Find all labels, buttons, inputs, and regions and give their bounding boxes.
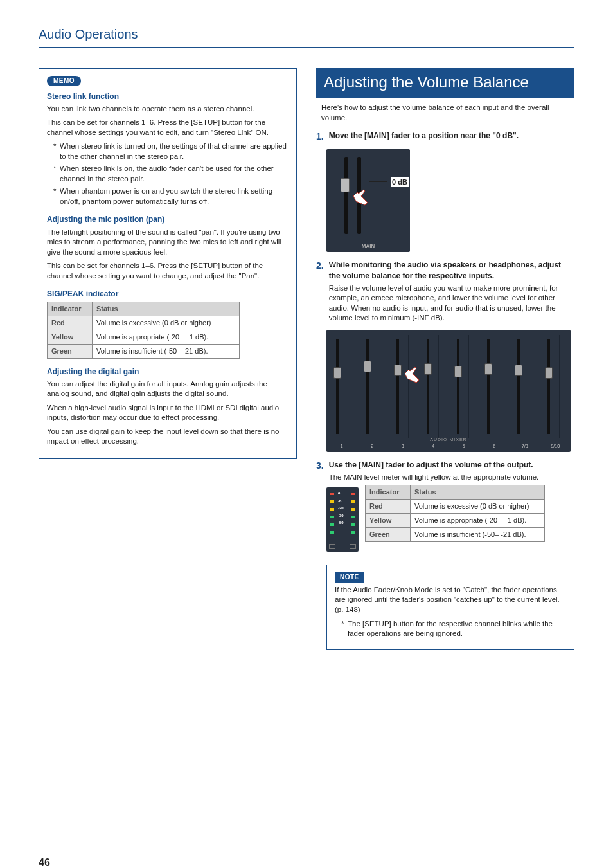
section-banner: Adjusting the Volume Balance: [316, 68, 574, 98]
sigpeak-row2-status: Volume is appropriate (-20 – -1 dB).: [93, 330, 240, 344]
note-bullet-1: The [SETUP] button for the respective ch…: [341, 619, 566, 639]
step-3-num: 3.: [316, 460, 324, 483]
note-bullets: The [SETUP] button for the respective ch…: [341, 619, 566, 639]
mixer-channel-labels: 1 2 3 4 5 6 7/8 9/10: [326, 443, 571, 449]
meter-scale-labels: 0 -6 -20 -30 -50: [338, 490, 344, 527]
page-number: 46: [39, 856, 50, 868]
mixer-ch-3: 3: [387, 443, 418, 449]
intro-text: Here's how to adjust the volume balance …: [321, 103, 574, 123]
pointing-hand-icon: [346, 185, 371, 210]
digital-gain-p3: You can use digital gain to keep the inp…: [47, 427, 289, 447]
step-3-body: The MAIN level meter will light yellow a…: [329, 473, 539, 483]
step-1-text: Move the [MAIN] fader to a position near…: [329, 131, 519, 141]
meter-label-4: -50: [338, 520, 344, 527]
pan-p2: This can be set for channels 1–6. Press …: [47, 261, 289, 281]
mixer-ch-5: 5: [449, 443, 479, 449]
step3-row2-status: Volume is appropriate (-20 – -1 dB).: [411, 514, 545, 528]
mixer-ch-8: 9/10: [540, 443, 571, 449]
pan-title: Adjusting the mic position (pan): [47, 214, 289, 224]
step3-th-indicator: Indicator: [366, 485, 411, 500]
digital-gain-title: Adjusting the digital gain: [47, 366, 289, 377]
meter-label-3: -30: [338, 512, 344, 520]
main-fader-label: MAIN: [326, 243, 410, 250]
memo-box: MEMO Stereo link function You can link t…: [39, 68, 297, 459]
step-2-text: While monitoring the audio via speakers …: [329, 260, 574, 280]
stereo-link-bullets: When stereo link is turned on, the setti…: [53, 141, 289, 206]
section-header: Audio Operations: [39, 26, 574, 47]
mixer-title: AUDIO MIXER: [326, 437, 571, 442]
step-1: 1. Move the [MAIN] fader to a position n…: [316, 131, 574, 143]
sigpeak-row2-label: Yellow: [48, 330, 93, 344]
step3-th-status: Status: [411, 485, 545, 500]
stereo-bullet-2: When stereo link is on, the audio fader …: [53, 164, 289, 184]
sigpeak-th-status: Status: [93, 302, 240, 316]
left-column: MEMO Stereo link function You can link t…: [39, 68, 297, 650]
stereo-link-p1: You can link two channels to operate the…: [47, 104, 289, 114]
step3-row3-status: Volume is insufficient (-50– -21 dB).: [411, 527, 545, 541]
sigpeak-row3-status: Volume is insufficient (-50– -21 dB).: [93, 344, 240, 358]
step-2: 2. While monitoring the audio via speake…: [316, 260, 574, 323]
note-badge: NOTE: [335, 572, 364, 583]
step-2-body: Raise the volume level of audio you want…: [329, 284, 574, 323]
sigpeak-row3-label: Green: [48, 344, 93, 358]
meter-label-0: 0: [338, 490, 344, 497]
sigpeak-row1-status: Volume is excessive (0 dB or higher): [93, 316, 240, 330]
meter-box-r: [350, 544, 356, 549]
meter-label-1: -6: [338, 498, 344, 505]
step3-row1-label: Red: [366, 500, 411, 514]
label-0db: 0 dB: [391, 177, 409, 187]
mixer-ch-6: 6: [479, 443, 510, 449]
sigpeak-title: SIG/PEAK indicator: [47, 289, 289, 299]
main-fader-illustration: MAIN 0 dB: [326, 149, 410, 252]
step-3: 3. Use the [MAIN] fader to adjust the vo…: [316, 460, 574, 483]
meter-label-2: -20: [338, 505, 344, 512]
mixer-ch-2: 2: [357, 443, 388, 449]
step-3-text: Use the [MAIN] fader to adjust the volum…: [329, 460, 539, 470]
stereo-bullet-1: When stereo link is turned on, the setti…: [53, 141, 289, 161]
stereo-link-p2: This can be set for channels 1–6. Press …: [47, 118, 289, 138]
sigpeak-table: Indicator Status Red Volume is excessive…: [47, 302, 240, 358]
pan-p1: The left/right positioning of the sound …: [47, 228, 289, 258]
meter-box-l: [329, 544, 335, 549]
step3-row1-status: Volume is excessive (0 dB or higher): [411, 500, 545, 514]
stereo-bullet-3: When phantom power is on and you switch …: [53, 186, 289, 206]
step3-row2-label: Yellow: [366, 514, 411, 528]
mixer-ch-7: 7/8: [510, 443, 540, 449]
level-meter-illustration: 0 -6 -20 -30 -50: [326, 487, 359, 552]
mixer-ch-4: 4: [418, 443, 449, 449]
step-2-num: 2.: [316, 260, 324, 323]
step3-row3-label: Green: [366, 527, 411, 541]
note-p1: If the Audio Fader/Knob Mode is set to "…: [335, 585, 566, 615]
mixer-ch-1: 1: [326, 443, 357, 449]
header-rule-thick: [39, 47, 574, 48]
audio-mixer-illustration: AUDIO MIXER 1 2 3 4 5 6 7/8 9/10: [326, 330, 571, 452]
digital-gain-p1: You can adjust the digital gain for all …: [47, 379, 289, 399]
right-column: Adjusting the Volume Balance Here's how …: [316, 68, 574, 650]
sigpeak-row1-label: Red: [48, 316, 93, 330]
pointing-hand-icon: [397, 362, 423, 388]
note-box: NOTE If the Audio Fader/Knob Mode is set…: [326, 565, 574, 649]
step-1-num: 1.: [316, 131, 324, 143]
step3-indicator-table: Indicator Status Red Volume is excessive…: [365, 485, 545, 541]
sigpeak-th-indicator: Indicator: [48, 302, 93, 316]
stereo-link-title: Stereo link function: [47, 91, 289, 102]
digital-gain-p2: When a high-level audio signal is input …: [47, 403, 289, 423]
leader-line: [369, 181, 387, 182]
memo-badge: MEMO: [47, 76, 81, 86]
